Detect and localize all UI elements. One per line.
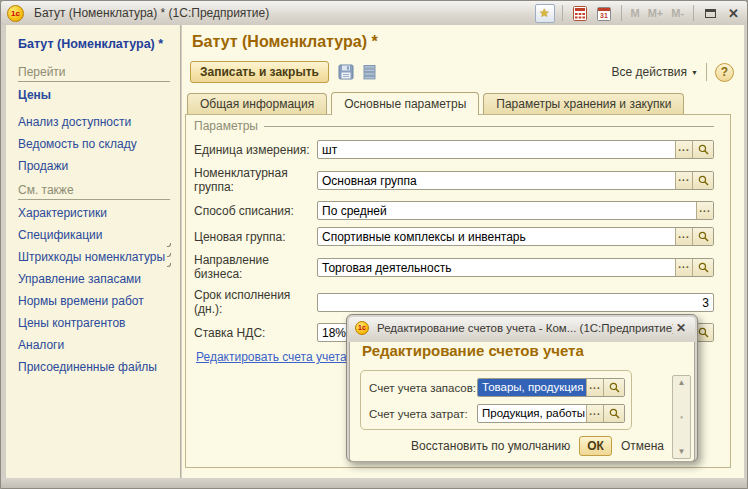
calendar-icon: 31 <box>597 6 611 21</box>
scroll-down-icon[interactable]: ▼ <box>678 447 686 456</box>
sidebar-item-inventory-management[interactable]: Управление запасами <box>18 272 172 286</box>
cost-account-input[interactable]: Продукция, работы в незавер ... <box>477 404 625 423</box>
ellipsis-button[interactable]: ... <box>675 172 692 189</box>
close-icon: ✕ <box>728 6 739 21</box>
sidebar-item-specifications[interactable]: Спецификации <box>18 228 172 242</box>
magnifier-button[interactable] <box>603 405 624 422</box>
scroll-up-icon[interactable]: ▲ <box>678 378 686 387</box>
sidebar-item-attached-files[interactable]: Присоединенные файлы <box>18 360 172 374</box>
magnifier-button[interactable] <box>692 259 713 276</box>
unit-of-measure-input[interactable]: шт ... <box>317 140 714 159</box>
save-button[interactable] <box>338 64 354 80</box>
all-actions-button[interactable]: Все действия ▼ <box>612 65 698 79</box>
ellipsis-button[interactable]: ... <box>586 379 603 396</box>
tab-storage-purchase-parameters[interactable]: Параметры хранения и закупки <box>483 93 684 114</box>
dialog-close-button[interactable]: ✕ <box>673 321 689 335</box>
ellipsis-button[interactable]: ... <box>675 141 692 158</box>
edit-accounts-dialog: 1с Редактирование счетов учета - Ком... … <box>346 314 698 462</box>
dialog-body: Редактирование счетов учета Счет учета з… <box>349 342 695 462</box>
favorites-button[interactable]: ★ <box>535 4 555 23</box>
sidebar-item-analogs[interactable]: Аналоги <box>18 338 172 352</box>
field-label: Единица измерения: <box>194 143 317 157</box>
form-toolbar: Записать и закрыть <box>190 60 734 84</box>
sidebar-item-work-time-norms[interactable]: Нормы времени работ <box>18 294 172 308</box>
magnifier-button[interactable] <box>692 141 713 158</box>
restore-default-button[interactable]: Восстановить по умолчанию <box>411 439 570 453</box>
memory-mminus-button[interactable]: M- <box>669 7 686 19</box>
sidebar-item-prices[interactable]: Цены <box>18 88 172 102</box>
scroll-thumb[interactable]: ● <box>680 414 684 420</box>
calculator-button[interactable] <box>570 4 590 23</box>
sidebar-item-counterparty-prices[interactable]: Цены контрагентов <box>18 316 172 330</box>
window-title: Батут (Номенклатура) * (1С:Предприятие) <box>34 6 535 20</box>
sidebar-item-warehouse-statement[interactable]: Ведомость по складу <box>18 137 172 151</box>
maximize-icon <box>705 9 716 18</box>
magnifier-button[interactable] <box>692 228 713 245</box>
field-row-business-direction: Направление бизнеса: Торговая деятельнос… <box>194 253 714 281</box>
ellipsis-button[interactable]: ... <box>675 259 692 276</box>
ellipsis-button[interactable]: ... <box>586 405 603 422</box>
accounts-group: Счет учета запасов: Товары, продукция ..… <box>360 370 632 430</box>
svg-text:31: 31 <box>600 12 608 19</box>
save-and-close-button[interactable]: Записать и закрыть <box>190 61 329 83</box>
sidebar-object-title: Батут (Номенклатура) * <box>18 37 172 51</box>
magnifier-icon <box>698 231 709 242</box>
tab-main-parameters[interactable]: Основные параметры <box>331 92 479 115</box>
field-label: Способ списания: <box>194 204 317 218</box>
app-logo-text: 1с <box>358 324 366 331</box>
close-button[interactable]: ✕ <box>724 6 743 21</box>
inventory-account-input[interactable]: Товары, продукция ... <box>477 378 625 397</box>
business-direction-input[interactable]: Торговая деятельность ... <box>317 258 714 277</box>
nomenclature-group-input[interactable]: Основная группа ... <box>317 171 714 190</box>
sidebar-item-characteristics[interactable]: Характеристики <box>18 206 172 220</box>
magnifier-icon <box>698 175 709 186</box>
magnifier-button[interactable] <box>692 172 713 189</box>
app-logo-icon: 1с <box>355 321 369 335</box>
parameters-group: Параметры <box>194 119 714 133</box>
help-button[interactable]: ? <box>715 63 734 82</box>
edit-accounts-link[interactable]: Редактировать счета учета <box>196 350 347 364</box>
sidebar-item-sales[interactable]: Продажи <box>18 159 172 173</box>
dialog-titlebar: 1с Редактирование счетов учета - Ком... … <box>349 317 695 338</box>
floppy-disk-icon <box>338 64 354 80</box>
field-row-writeoff-method: Способ списания: По средней ... <box>194 201 714 220</box>
memory-mplus-button[interactable]: M+ <box>646 7 666 19</box>
chevron-down-icon: ▼ <box>691 69 698 76</box>
field-row-execution-period: Срок исполнения (дн.): 3 <box>194 288 714 316</box>
sidebar-section-see-also: См. также <box>18 183 170 200</box>
ellipsis-button[interactable]: ... <box>696 202 713 219</box>
ok-button[interactable]: ОК <box>579 436 612 456</box>
field-label: Ценовая группа: <box>194 230 317 244</box>
dialog-scrollbar[interactable]: ▲ ● ▼ <box>672 375 691 459</box>
open-accounts-list-button[interactable] <box>363 64 376 80</box>
ellipsis-button[interactable]: ... <box>675 228 692 245</box>
titlebar-separator <box>693 5 694 21</box>
magnifier-icon <box>609 408 620 419</box>
writeoff-method-input[interactable]: По средней ... <box>317 201 714 220</box>
field-row-inventory-account: Счет учета запасов: Товары, продукция ..… <box>369 378 625 397</box>
calendar-button[interactable]: 31 <box>594 4 614 23</box>
field-label: Направление бизнеса: <box>194 253 317 281</box>
sidebar-item-barcodes[interactable]: Штрихкоды номенклатуры <box>18 250 172 264</box>
execution-period-input[interactable]: 3 <box>317 293 714 312</box>
page-title: Батут (Номенклатура) * <box>192 33 744 51</box>
app-logo-text: 1с <box>11 9 20 18</box>
field-value: шт <box>318 141 675 158</box>
sidebar-item-availability-analysis[interactable]: Анализ доступности <box>18 115 172 129</box>
price-group-input[interactable]: Спортивные комплексы и инвентарь ... <box>317 227 714 246</box>
tab-general-info[interactable]: Общая информация <box>187 93 327 114</box>
maximize-button[interactable] <box>701 9 720 18</box>
field-row-price-group: Ценовая группа: Спортивные комплексы и и… <box>194 227 714 246</box>
dialog-heading: Редактирование счетов учета <box>362 342 694 359</box>
field-label: Счет учета затрат: <box>369 408 477 420</box>
group-title-line <box>264 126 714 127</box>
titlebar-tools: ★ 31 M M <box>535 4 744 23</box>
splitter-grip[interactable] <box>167 243 171 267</box>
magnifier-icon <box>698 327 709 338</box>
cancel-button[interactable]: Отмена <box>621 439 664 453</box>
memory-m-button[interactable]: M <box>629 7 642 19</box>
parameters-group-title: Параметры <box>194 119 258 133</box>
all-actions-label: Все действия <box>612 65 687 79</box>
window-titlebar: 1с Батут (Номенклатура) * (1С:Предприяти… <box>1 1 748 25</box>
magnifier-button[interactable] <box>603 379 624 396</box>
